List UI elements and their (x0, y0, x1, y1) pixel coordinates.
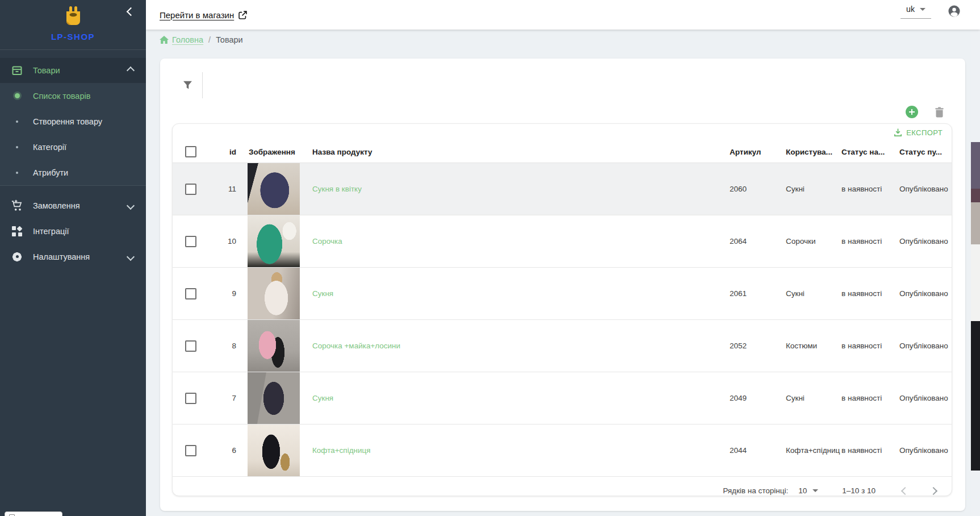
cell-user-category: Кофта+спідниц (786, 446, 841, 455)
product-link[interactable]: Сукня в квітку (312, 185, 362, 193)
cell-availability: в наявності (841, 185, 899, 193)
chevron-down-icon (127, 252, 135, 260)
filter-button[interactable] (181, 78, 194, 92)
row-checkbox[interactable] (185, 236, 196, 247)
product-link[interactable]: Сукня (312, 394, 333, 402)
products-submenu: Список товарів Створення товару Категорі… (0, 83, 146, 186)
table-row[interactable]: 10 Сорочка 2064 Сорочки в наявності Опуб… (173, 215, 952, 268)
store-link-label: Перейти в магазин (160, 10, 234, 20)
product-link[interactable]: Сорочка +майка+лосини (312, 342, 400, 350)
delete-button[interactable] (935, 107, 944, 120)
brand-name: LP-SHOP (0, 32, 146, 41)
row-checkbox[interactable] (185, 445, 196, 456)
column-header-publication[interactable]: Статус пу... (899, 148, 952, 156)
cell-availability: в наявності (841, 342, 899, 350)
breadcrumb-current: Товари (216, 35, 243, 44)
column-header-user-category[interactable]: Користува... (786, 148, 841, 156)
cell-id: 7 (199, 394, 236, 402)
go-to-store-link[interactable]: Перейти в магазин (160, 10, 248, 20)
topbar: Перейти в магазин uk (146, 0, 980, 30)
export-button[interactable]: ЕКСПОРТ (890, 126, 946, 139)
table-row[interactable]: 11 Сукня в квітку 2060 Сукні в наявності… (173, 163, 952, 215)
product-link[interactable]: Сукня (312, 289, 333, 298)
column-header-sku[interactable]: Артикул (730, 148, 786, 156)
cell-sku: 2044 (730, 446, 786, 455)
sidebar-item-integrations[interactable]: Інтеграції (0, 218, 146, 244)
product-photo (248, 163, 300, 215)
caret-down-icon (920, 8, 925, 11)
sidebar-item-label: Товари (33, 66, 128, 75)
row-checkbox[interactable] (185, 393, 196, 404)
export-label: ЕКСПОРТ (906, 128, 943, 137)
pagination-range: 1–10 з 10 (842, 486, 876, 495)
table-row[interactable]: 6 Кофта+спідниця 2044 Кофта+спідниц в на… (173, 425, 952, 477)
sidebar-item-label: Атрибути (33, 168, 146, 177)
account-circle-icon (948, 5, 961, 18)
rows-per-page-select[interactable]: 10 (798, 486, 818, 495)
pagination-prev-button[interactable] (898, 484, 912, 497)
external-link-icon (238, 10, 248, 20)
product-photo (248, 215, 300, 268)
product-photo (248, 320, 300, 372)
sidebar-collapse-button[interactable] (125, 7, 136, 17)
product-link[interactable]: Кофта+спідниця (312, 446, 371, 455)
table-toolbar: ЕКСПОРТ (173, 124, 952, 141)
column-header-availability[interactable]: Статус на... (841, 148, 899, 156)
select-all-checkbox[interactable] (185, 146, 196, 157)
active-bullet-icon (15, 93, 20, 98)
cutoff-tooltip (5, 511, 62, 516)
breadcrumb: Головна / Товари (160, 35, 243, 44)
column-header-id[interactable]: id (199, 148, 236, 156)
breadcrumb-home-label: Головна (172, 35, 203, 44)
cell-availability: в наявності (841, 446, 899, 455)
product-photo (248, 372, 300, 425)
breadcrumb-separator: / (208, 35, 211, 44)
language-code: uk (906, 5, 915, 14)
sidebar-item-categories[interactable]: Категорії (0, 134, 146, 160)
sidebar-item-label: Замовлення (33, 201, 128, 210)
cell-sku: 2064 (730, 237, 786, 245)
chevron-down-icon (127, 201, 135, 209)
product-photo (248, 268, 300, 320)
rows-per-page-value: 10 (798, 486, 807, 495)
language-select[interactable]: uk (901, 5, 931, 19)
table-row[interactable]: 8 Сорочка +майка+лосини 2052 Костюми в н… (173, 320, 952, 372)
column-header-name[interactable]: Назва продукту (300, 148, 730, 156)
cell-user-category: Костюми (786, 342, 841, 350)
chevron-right-icon (929, 486, 937, 494)
product-photo (248, 425, 300, 477)
pagination-bar: Рядків на сторінці: 10 1–10 з 10 (173, 477, 952, 496)
sidebar-item-label: Інтеграції (33, 227, 146, 236)
table-row[interactable]: 9 Сукня 2061 Сукні в наявності Опубліков… (173, 268, 952, 320)
row-checkbox[interactable] (185, 340, 196, 352)
bullet-icon (16, 146, 18, 148)
sidebar-item-product-create[interactable]: Створення товару (0, 109, 146, 134)
cell-id: 11 (199, 185, 236, 193)
account-menu-button[interactable] (948, 5, 961, 20)
breadcrumb-home-link[interactable]: Головна (160, 35, 203, 44)
sidebar-item-orders[interactable]: Замовлення (0, 193, 146, 218)
sidebar-item-product-list[interactable]: Список товарів (0, 83, 146, 109)
pagination-next-button[interactable] (927, 484, 940, 497)
cell-availability: в наявності (841, 289, 899, 298)
shopping-bag-icon (62, 5, 85, 28)
row-checkbox[interactable] (185, 288, 196, 299)
table-row[interactable]: 7 Сукня 2049 Сукні в наявності Опубліков… (173, 372, 952, 425)
sidebar-item-attributes[interactable]: Атрибути (0, 160, 146, 185)
cell-publication: Опубліковано (899, 446, 952, 455)
logo[interactable]: LP-SHOP (0, 0, 146, 41)
column-header-image: Зображення (236, 141, 300, 163)
add-product-button[interactable] (906, 106, 918, 118)
cell-id: 10 (199, 237, 236, 245)
product-link[interactable]: Сорочка (312, 237, 342, 245)
row-checkbox[interactable] (185, 184, 196, 195)
content-card: ЕКСПОРТ id Зображення Назва продукту Арт… (160, 59, 965, 511)
sidebar-item-products[interactable]: Товари (0, 58, 146, 83)
sidebar: LP-SHOP Товари Список товарів Створення … (0, 0, 146, 516)
sidebar-divider (0, 49, 146, 50)
filter-divider (202, 72, 203, 98)
download-icon (894, 128, 902, 137)
sidebar-item-label: Список товарів (33, 91, 146, 101)
cell-user-category: Сорочки (786, 237, 841, 245)
sidebar-item-settings[interactable]: Налаштування (0, 244, 146, 269)
